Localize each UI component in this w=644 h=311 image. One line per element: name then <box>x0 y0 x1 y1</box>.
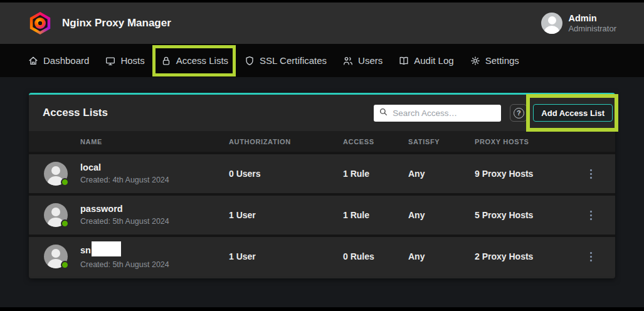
access-list-name: password <box>80 203 229 215</box>
nav-label: Dashboard <box>43 55 89 66</box>
user-name: Admin <box>568 13 616 24</box>
access-lists-panel: Access Lists ? Add Access List NAME AUTH… <box>29 93 615 278</box>
gear-icon <box>470 55 481 66</box>
table-header: NAME AUTHORIZATION ACCESS SATISFY PROXY … <box>29 131 615 152</box>
nav-label: Hosts <box>120 55 144 66</box>
authorization-value: 1 User <box>229 210 343 220</box>
nav-label: Settings <box>485 55 519 66</box>
column-header-authorization: AUTHORIZATION <box>229 138 343 145</box>
help-icon: ? <box>514 108 524 119</box>
redaction-box <box>92 241 121 256</box>
row-menu-kebab-icon[interactable] <box>588 208 594 223</box>
user-menu[interactable]: Admin Administrator <box>541 13 616 34</box>
satisfy-value: Any <box>408 169 475 179</box>
column-header-proxy-hosts: PROXY HOSTS <box>475 138 581 145</box>
lock-icon <box>161 55 172 66</box>
satisfy-value: Any <box>408 210 475 220</box>
row-menu-kebab-icon[interactable] <box>588 167 594 181</box>
bottom-edge-strip <box>0 307 644 311</box>
table-row[interactable]: local Created: 4th August 2024 0 Users 1… <box>29 152 615 193</box>
column-header-name: NAME <box>80 138 229 145</box>
app-header: Nginx Proxy Manager Admin Administrator <box>0 3 644 44</box>
row-menu-kebab-icon[interactable] <box>588 250 594 264</box>
satisfy-value: Any <box>408 251 475 261</box>
access-value: 1 Rule <box>343 210 408 220</box>
nav-label: SSL Certificates <box>260 55 327 66</box>
column-header-access: ACCESS <box>343 138 408 145</box>
access-list-name: local <box>80 162 229 174</box>
nav-label: Users <box>358 55 383 66</box>
status-dot <box>61 219 69 228</box>
nav-item-users[interactable]: Users <box>342 55 383 66</box>
proxy-hosts-value: 2 Proxy Hosts <box>475 251 581 261</box>
nav-item-audit-log[interactable]: Audit Log <box>398 55 453 66</box>
monitor-icon <box>105 55 116 66</box>
app-title: Nginx Proxy Manager <box>62 17 171 29</box>
search-box <box>374 105 501 122</box>
status-dot <box>61 261 69 269</box>
created-date: Created: 5th August 2024 <box>80 260 229 270</box>
created-date: Created: 4th August 2024 <box>80 175 229 185</box>
users-icon <box>342 55 354 66</box>
add-access-list-button[interactable]: Add Access List <box>533 104 613 122</box>
nav-item-access-lists[interactable]: Access Lists <box>161 55 228 66</box>
nav-item-ssl-certificates[interactable]: SSL Certificates <box>244 55 327 66</box>
access-value: 1 Rule <box>343 169 408 179</box>
main-nav: Dashboard Hosts Access Lists SSL Certifi… <box>0 44 644 77</box>
table-row[interactable]: password Created: 5th August 2024 1 User… <box>29 193 615 235</box>
access-list-name: sn <box>80 245 91 256</box>
book-icon <box>398 55 409 66</box>
home-icon <box>28 55 39 66</box>
column-header-satisfy: SATISFY <box>408 138 475 145</box>
authorization-value: 1 User <box>229 251 343 261</box>
created-date: Created: 5th August 2024 <box>80 216 229 226</box>
nav-item-settings[interactable]: Settings <box>470 55 519 66</box>
panel-title: Access Lists <box>43 107 108 119</box>
nav-label: Audit Log <box>414 55 453 66</box>
nav-item-hosts[interactable]: Hosts <box>105 55 144 66</box>
avatar[interactable] <box>541 13 562 34</box>
access-value: 0 Rules <box>343 251 408 261</box>
npm-logo-icon <box>29 12 51 34</box>
help-button[interactable]: ? <box>510 104 527 122</box>
table-row[interactable]: sn Created: 5th August 2024 1 User 0 Rul… <box>29 235 615 276</box>
shield-icon <box>244 55 255 66</box>
search-input[interactable] <box>393 108 496 118</box>
authorization-value: 0 Users <box>229 169 343 179</box>
proxy-hosts-value: 9 Proxy Hosts <box>475 169 581 179</box>
nav-label: Access Lists <box>176 55 228 66</box>
panel-header: Access Lists ? Add Access List <box>29 95 615 131</box>
status-dot <box>61 178 69 186</box>
search-icon <box>379 107 388 119</box>
proxy-hosts-value: 5 Proxy Hosts <box>475 210 581 220</box>
user-role: Administrator <box>568 24 616 34</box>
nav-item-dashboard[interactable]: Dashboard <box>28 55 89 66</box>
